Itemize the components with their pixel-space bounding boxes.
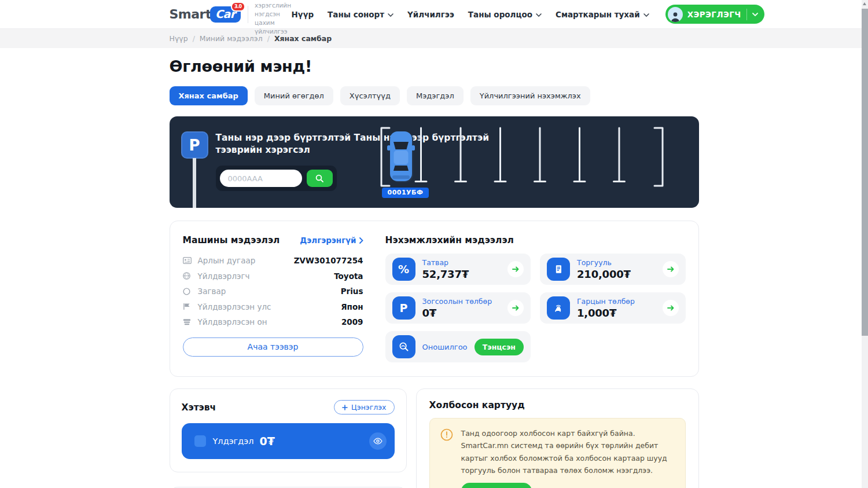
car-info-title: Машины мэдээлэл: [183, 235, 280, 245]
globe-icon: [183, 272, 193, 280]
wallet-title: Хэтэвч: [182, 402, 216, 413]
flag-icon: [183, 303, 193, 310]
vehicle-hero-panel: P Таны нэр дээр бүртгэлтэй Таны нэр дээр…: [170, 116, 699, 208]
warning-text: Танд одоогоор холбосон карт байхгүй байн…: [461, 427, 675, 476]
balance-value: 0₮: [259, 435, 274, 447]
diagnostic-pass-badge: Тэнцсэн: [475, 339, 524, 355]
car-top-view-icon: [387, 131, 415, 182]
percent-icon: %: [392, 258, 415, 281]
user-label: ХЭРЭГЛЭГЧ: [687, 10, 741, 19]
tab-requests[interactable]: Хүсэлтүүд: [340, 86, 400, 105]
brand-logo[interactable]: Smart Car 3.0 Тээврийн хэрэгслийн нэгдсэ…: [170, 0, 292, 36]
nav-item-services[interactable]: Үйлчилгээ: [407, 10, 454, 19]
breadcrumb-my-info[interactable]: Миний мэдээлэл: [200, 34, 263, 43]
search-icon: [315, 174, 324, 183]
search-button[interactable]: [307, 170, 333, 187]
plate-search-input[interactable]: [220, 170, 302, 187]
magnifier-car-icon: [392, 335, 415, 358]
arrow-right-icon: [663, 300, 679, 316]
receipt-icon: [547, 258, 570, 281]
no-card-warning: Танд одоогоор холбосон карт байхгүй байн…: [429, 418, 686, 488]
breadcrumb: Нүүр / Миний мэдээлэл / Хянах самбар: [170, 34, 699, 43]
parking-icon: P: [392, 296, 415, 320]
car-info-row-vin: Арлын дугаар ZVW301077254: [183, 253, 363, 269]
logo-text-smart: Smart: [170, 7, 211, 21]
chevron-down-icon: [536, 13, 542, 17]
calendar-icon: [183, 318, 193, 325]
breadcrumb-home[interactable]: Нүүр: [170, 34, 188, 43]
user-button-divider: [746, 9, 747, 20]
nav-item-news[interactable]: Таны сонорт: [328, 10, 393, 19]
link-card-button[interactable]: Карт холбох: [461, 483, 532, 488]
version-badge: 3.0: [231, 2, 245, 12]
wallet-icon: [194, 435, 206, 447]
ring-icon: [183, 288, 193, 295]
invoice-title: Нэхэмжлэхийн мэдээлэл: [385, 235, 686, 245]
nav-item-participation[interactable]: Таны оролцоо: [468, 10, 542, 19]
page-title: Өглөөний мэнд!: [170, 57, 699, 75]
nav-item-home[interactable]: Нүүр: [292, 10, 314, 19]
chevron-down-icon: [749, 13, 761, 16]
vehicle-info-card: Машины мэдээлэл Дэлгэрэнгүй Арлын дугаар…: [170, 221, 699, 377]
linked-cards-title: Холбосон картууд: [429, 400, 686, 410]
invoice-card-fine[interactable]: Торгууль 210,000₮: [540, 254, 686, 285]
car-info-column: Машины мэдээлэл Дэлгэрэнгүй Арлын дугаар…: [183, 235, 363, 362]
car-info-row-manufacturer: Үйлдвэрлэгч Toyota: [183, 269, 363, 284]
cargo-transport-button[interactable]: Ачаа тээвэр: [183, 337, 363, 357]
warning-icon: [440, 428, 453, 441]
license-plate-badge: 0001УБФ: [382, 188, 429, 198]
wallet-card: Хэтэвч Цэнэглэх Үлдэгдэл 0₮: [170, 388, 407, 472]
tab-dashboard[interactable]: Хянах самбар: [170, 86, 248, 105]
chevron-down-icon: [643, 13, 649, 17]
car-info-row-model: Загвар Prius: [183, 284, 363, 299]
avatar: [668, 7, 683, 22]
parking-sign-icon: P: [181, 131, 208, 159]
parking-sign-pole: [193, 158, 196, 208]
person-icon: [670, 10, 681, 22]
chevron-down-icon: [388, 13, 393, 17]
breadcrumb-current: Хянах самбар: [274, 34, 332, 43]
breadcrumb-separator: /: [193, 34, 195, 43]
arrow-right-icon: [507, 300, 524, 316]
header: Smart Car 3.0 Тээврийн хэрэгслийн нэгдсэ…: [0, 0, 868, 29]
invoice-card-exit-fee[interactable]: Гарцын төлбөр 1,000₮: [540, 292, 686, 324]
scrollbar-up-arrow[interactable]: [863, 2, 866, 5]
main-nav: Нүүр Таны сонорт Үйлчилгээ Таны оролцоо …: [292, 5, 764, 24]
car-info-row-country: Үйлдвэрлэсэн улс Япон: [183, 299, 363, 315]
parking-lot-graphic: [380, 126, 664, 189]
tab-my-data[interactable]: Миний өгөгдөл: [255, 86, 333, 105]
eye-icon: [373, 438, 382, 445]
plus-icon: [342, 405, 348, 410]
breadcrumb-separator: /: [267, 34, 270, 43]
topup-button[interactable]: Цэнэглэх: [334, 400, 394, 414]
balance-label: Үлдэгдэл: [213, 436, 254, 446]
invoice-card-tax[interactable]: % Татвар 52,737₮: [385, 254, 531, 285]
dashboard-tabs: Хянах самбар Миний өгөгдөл Хүсэлтүүд Мэд…: [170, 86, 699, 105]
user-menu-button[interactable]: ХЭРЭГЛЭГЧ: [665, 5, 764, 24]
tab-notifications[interactable]: Мэдэгдэл: [407, 86, 464, 105]
scrollbar-thumb[interactable]: [862, 9, 868, 336]
tab-service-invoice[interactable]: Үйлчилгээний нэхэмжлэх: [470, 86, 590, 105]
scrollbar[interactable]: [862, 0, 868, 488]
brand-tagline: Тээврийн хэрэгслийн нэгдсэн цахим үйлчил…: [255, 0, 291, 36]
invoice-card-parking-fee[interactable]: P Зогсоолын төлбөр 0₮: [385, 292, 531, 324]
linked-cards-card: Холбосон картууд Танд одоогоор холбосон …: [416, 388, 699, 488]
invoice-info-column: Нэхэмжлэхийн мэдээлэл % Татвар 52,737₮: [385, 235, 686, 362]
details-link[interactable]: Дэлгэрэнгүй: [300, 236, 363, 245]
arrow-right-icon: [663, 261, 679, 277]
nav-item-about[interactable]: Смарткарын тухай: [556, 10, 649, 19]
logo-text-car: Car 3.0: [210, 6, 241, 23]
plate-search-box: [216, 166, 337, 191]
chevron-right-icon: [359, 237, 363, 244]
balance-panel: Үлдэгдэл 0₮: [182, 423, 395, 459]
id-card-icon: [183, 257, 193, 264]
car-gate-icon: [547, 296, 570, 320]
car-info-row-year: Үйлдвэрлэсэн он 2009: [183, 314, 363, 330]
invoice-card-diagnostic[interactable]: Оношилгоо Тэнцсэн: [385, 331, 531, 362]
toggle-balance-visibility-button[interactable]: [369, 432, 387, 450]
breadcrumb-bar: Нүүр / Миний мэдээлэл / Хянах самбар: [0, 29, 868, 48]
arrow-right-icon: [507, 261, 524, 277]
